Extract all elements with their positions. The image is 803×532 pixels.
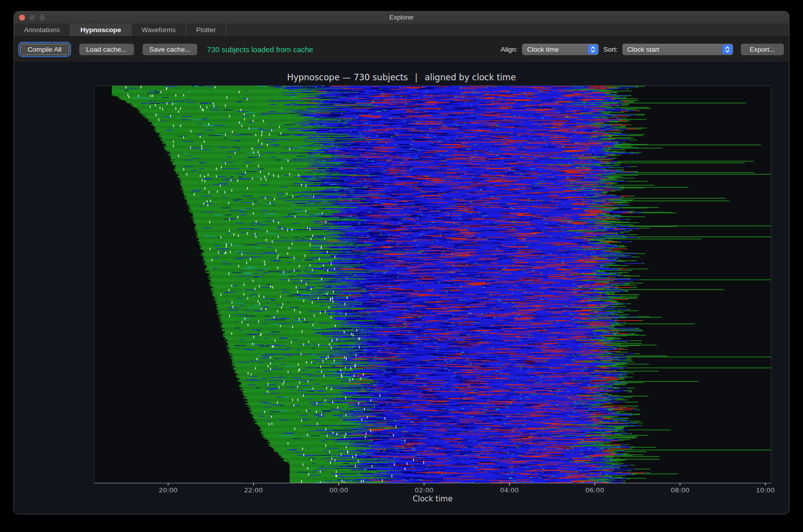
tab-plotter[interactable]: Plotter bbox=[186, 24, 226, 36]
tick-label: 20:00 bbox=[159, 486, 177, 494]
tick-label: 06:00 bbox=[585, 486, 604, 494]
window-title: Explorer bbox=[14, 12, 789, 24]
save-cache-button[interactable]: Save cache... bbox=[143, 44, 198, 55]
tick-mark bbox=[253, 483, 254, 485]
popup-stepper-icon bbox=[723, 45, 732, 54]
align-label: Align: bbox=[500, 46, 517, 53]
sort-select-value: Clock start bbox=[627, 46, 659, 53]
compile-all-button[interactable]: Compile All bbox=[20, 44, 69, 55]
tab-waveforms[interactable]: Waveforms bbox=[131, 24, 186, 36]
tick-mark bbox=[168, 483, 169, 485]
toolbar-right-group: Align: Clock time Sort: Clock start Expo… bbox=[500, 44, 784, 55]
tab-hypnoscope[interactable]: Hypnoscope bbox=[70, 24, 131, 36]
tick-mark bbox=[338, 483, 339, 485]
status-text: 730 subjects loaded from cache bbox=[207, 45, 313, 54]
tick-mark bbox=[424, 483, 425, 485]
x-axis-label: Clock time bbox=[94, 494, 771, 503]
tick-label: 08:00 bbox=[671, 486, 689, 494]
tab-bar: Annotations Hypnoscope Waveforms Plotter bbox=[14, 24, 789, 37]
tab-annotations[interactable]: Annotations bbox=[14, 24, 70, 36]
align-select-value: Clock time bbox=[527, 46, 559, 53]
tick-mark bbox=[509, 483, 510, 485]
popup-stepper-icon bbox=[588, 45, 598, 54]
hypnogram-canvas bbox=[94, 86, 771, 483]
tick-label: 22:00 bbox=[244, 486, 262, 494]
toolbar: Compile All Load cache... Save cache... … bbox=[14, 37, 789, 62]
tick-mark bbox=[680, 483, 681, 485]
tick-label: 00:00 bbox=[329, 486, 348, 494]
tab-separator bbox=[226, 24, 226, 36]
export-button[interactable]: Export... bbox=[741, 44, 784, 55]
plot-area bbox=[94, 85, 771, 483]
sort-select[interactable]: Clock start bbox=[622, 44, 733, 55]
app-window: Explorer Annotations Hypnoscope Waveform… bbox=[14, 11, 789, 514]
window-titlebar[interactable]: Explorer bbox=[14, 12, 789, 24]
tick-label: 10:00 bbox=[756, 486, 774, 494]
align-select[interactable]: Clock time bbox=[522, 44, 599, 55]
figure-area: Hypnoscope — 730 subjects | aligned by c… bbox=[14, 62, 789, 514]
tick-label: 02:00 bbox=[415, 486, 433, 494]
tick-mark bbox=[765, 483, 766, 485]
tick-mark bbox=[594, 483, 595, 485]
load-cache-button[interactable]: Load cache... bbox=[79, 44, 134, 55]
tick-label: 04:00 bbox=[500, 486, 518, 494]
sort-label: Sort: bbox=[603, 46, 618, 53]
plot-title: Hypnoscope — 730 subjects | aligned by c… bbox=[14, 72, 789, 82]
